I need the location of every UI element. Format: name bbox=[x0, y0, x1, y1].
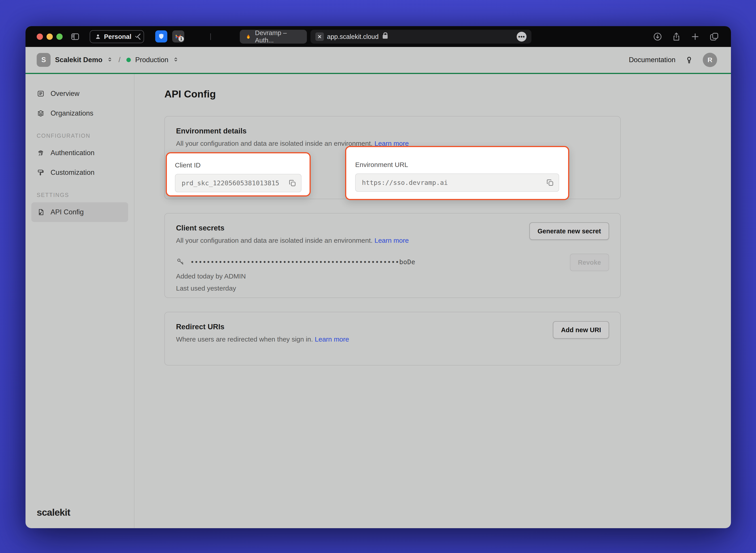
fingerprint-icon bbox=[37, 149, 45, 157]
revoke-button[interactable]: Revoke bbox=[570, 254, 609, 271]
client-id-highlight: Client ID bbox=[166, 152, 311, 196]
user-avatar[interactable]: R bbox=[703, 53, 717, 67]
sidebar-section-configuration: CONFIGURATION bbox=[37, 133, 128, 139]
scalekit-logo: scalekit bbox=[31, 507, 128, 518]
learn-more-link[interactable]: Learn more bbox=[315, 335, 349, 343]
breadcrumb-separator: / bbox=[119, 56, 121, 64]
sidebar: Overview Organizations CONFIGURATION Aut… bbox=[25, 74, 134, 528]
sidebar-item-label: Customization bbox=[51, 168, 94, 177]
new-tab-icon[interactable] bbox=[690, 32, 700, 42]
sidebar-item-organizations[interactable]: Organizations bbox=[31, 103, 128, 123]
gmail-extension-icon[interactable]: 1 bbox=[172, 30, 184, 43]
documentation-link[interactable]: Documentation bbox=[629, 56, 676, 64]
environment-name: Production bbox=[135, 56, 168, 64]
sidebar-item-label: API Config bbox=[51, 208, 84, 216]
tab-more-button[interactable]: ••• bbox=[517, 32, 527, 42]
tab-title: Devramp – Auth... bbox=[255, 29, 302, 44]
environment-url-highlight: Environment URL bbox=[345, 146, 569, 200]
sidebar-item-overview[interactable]: Overview bbox=[31, 84, 128, 103]
copy-icon[interactable] bbox=[546, 178, 554, 187]
org-switcher[interactable] bbox=[107, 57, 113, 63]
client-secrets-card: Client secrets All your configuration an… bbox=[164, 213, 621, 298]
secret-added-line: Added today by ADMIN bbox=[176, 272, 609, 280]
app-header: S Scalekit Demo / Production Documentati… bbox=[25, 47, 731, 74]
overview-icon bbox=[37, 90, 45, 98]
browser-window: Personal 1 Dev bbox=[25, 26, 731, 528]
secret-last-used-line: Last used yesterday bbox=[176, 285, 609, 292]
close-window-button[interactable] bbox=[37, 33, 43, 40]
lock-icon bbox=[383, 35, 388, 39]
toolbar-divider bbox=[210, 33, 211, 40]
environment-status-dot bbox=[126, 58, 131, 62]
redirect-uris-card: Redirect URIs Where users are redirected… bbox=[164, 312, 621, 366]
gmail-badge: 1 bbox=[179, 36, 184, 42]
card-title: Environment details bbox=[176, 127, 609, 135]
org-avatar: S bbox=[37, 53, 51, 67]
paint-roller-icon bbox=[37, 168, 45, 177]
environment-url-input[interactable] bbox=[362, 179, 552, 186]
sidebar-item-label: Overview bbox=[51, 90, 79, 98]
browser-titlebar: Personal 1 Dev bbox=[25, 26, 731, 47]
sidebar-toggle-icon[interactable] bbox=[70, 26, 80, 47]
main-content: API Config Environment details All your … bbox=[134, 74, 731, 528]
firebase-flame-icon bbox=[245, 33, 252, 40]
copy-icon[interactable] bbox=[288, 179, 296, 187]
sidebar-item-label: Organizations bbox=[51, 109, 93, 117]
tab-devramp[interactable]: Devramp – Auth... bbox=[240, 30, 307, 44]
card-description: Where users are redirected when they sig… bbox=[176, 335, 609, 343]
card-title: Redirect URIs bbox=[176, 323, 609, 331]
environment-details-card: Environment details All your configurati… bbox=[164, 116, 621, 199]
share-icon[interactable] bbox=[672, 32, 681, 42]
api-config-icon bbox=[37, 208, 45, 216]
tab-url: app.scalekit.cloud bbox=[327, 33, 379, 41]
environment-switcher[interactable] bbox=[173, 57, 179, 63]
sidebar-item-api-config[interactable]: API Config bbox=[31, 202, 128, 222]
profile-label: Personal bbox=[104, 33, 132, 41]
organizations-icon bbox=[37, 109, 45, 117]
downloads-icon[interactable] bbox=[652, 32, 663, 42]
person-icon bbox=[94, 33, 101, 40]
page-title: API Config bbox=[164, 88, 731, 100]
minimize-window-button[interactable] bbox=[47, 33, 53, 40]
secret-row: ••••••••••••••••••••••••••••••••••••••••… bbox=[176, 257, 609, 267]
password-manager-extension-icon[interactable] bbox=[155, 30, 167, 43]
secret-masked-value: ••••••••••••••••••••••••••••••••••••••••… bbox=[190, 258, 415, 266]
sidebar-item-authentication[interactable]: Authentication bbox=[31, 143, 128, 163]
sidebar-item-label: Authentication bbox=[51, 149, 94, 157]
back-button[interactable] bbox=[135, 26, 144, 47]
breadcrumb: S Scalekit Demo / Production bbox=[37, 53, 179, 67]
client-id-input[interactable] bbox=[182, 179, 295, 187]
generate-new-secret-button[interactable]: Generate new secret bbox=[530, 222, 609, 240]
sidebar-item-customization[interactable]: Customization bbox=[31, 163, 128, 182]
learn-more-link[interactable]: Learn more bbox=[374, 237, 409, 244]
client-id-label: Client ID bbox=[175, 161, 301, 169]
key-icon bbox=[176, 257, 185, 267]
tab-scalekit[interactable]: app.scalekit.cloud ••• bbox=[311, 30, 532, 44]
window-controls bbox=[37, 33, 63, 40]
environment-url-label: Environment URL bbox=[355, 161, 559, 168]
lightbulb-icon[interactable] bbox=[684, 55, 694, 65]
zoom-window-button[interactable] bbox=[56, 33, 63, 40]
add-new-uri-button[interactable]: Add new URI bbox=[553, 321, 609, 339]
tab-overview-icon[interactable] bbox=[709, 31, 719, 42]
scalekit-favicon-icon bbox=[316, 32, 324, 41]
sidebar-section-settings: SETTINGS bbox=[37, 192, 128, 198]
org-name: Scalekit Demo bbox=[55, 56, 102, 64]
